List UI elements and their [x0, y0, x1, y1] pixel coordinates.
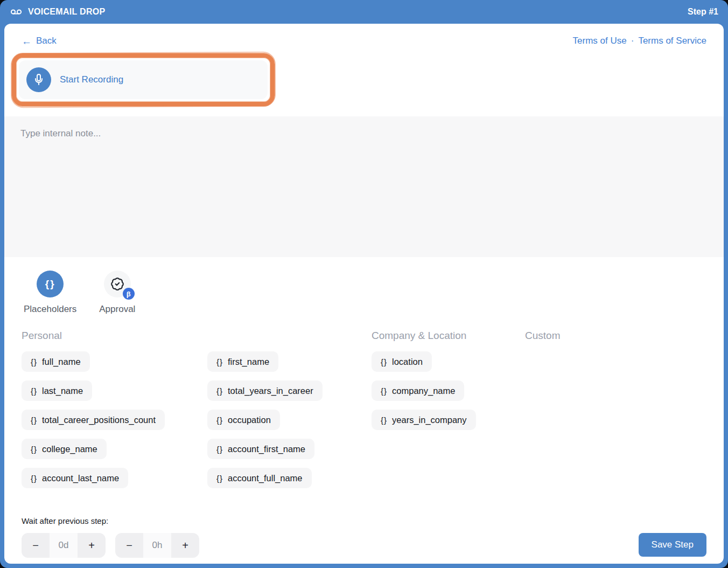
braces-icon: {}: [216, 386, 223, 396]
step-number: Step #1: [688, 7, 718, 17]
beta-badge: β: [123, 288, 135, 300]
placeholder-chip-total-years-in-career[interactable]: {} total_years_in_career: [207, 380, 323, 401]
page-title: VOICEMAIL DROP: [28, 7, 105, 17]
placeholders-braces-icon: {}: [37, 271, 64, 297]
terms-of-use-link[interactable]: Terms of Use: [573, 36, 627, 46]
placeholder-chip-years-in-company[interactable]: {} years_in_company: [372, 410, 476, 430]
braces-icon: {}: [31, 415, 37, 425]
braces-icon: {}: [381, 357, 387, 366]
section-title-personal: Personal: [22, 330, 372, 342]
braces-icon: {}: [216, 474, 223, 483]
days-stepper: − 0d +: [22, 533, 106, 558]
section-personal: Personal {} full_name {} last_name {}: [22, 330, 372, 497]
placeholder-chip-last-name[interactable]: {} last_name: [22, 380, 92, 401]
section-title-company: Company & Location: [372, 330, 525, 342]
braces-icon: {}: [31, 357, 37, 366]
hours-decrement-button[interactable]: −: [115, 533, 143, 558]
voicemail-drop-window: VOICEMAIL DROP Step #1 ← Back Terms of U…: [0, 0, 728, 568]
back-arrow-icon: ←: [22, 36, 32, 46]
braces-icon: {}: [216, 415, 223, 425]
terms-separator: ·: [631, 36, 634, 46]
back-label: Back: [36, 36, 57, 46]
hand-drawn-highlight-annotation: Start Recording: [12, 53, 275, 106]
wait-label: Wait after previous step:: [22, 516, 706, 525]
braces-icon: {}: [31, 445, 37, 454]
hours-stepper: − 0h +: [115, 533, 199, 558]
placeholder-chip-account-first-name[interactable]: {} account_first_name: [207, 439, 314, 459]
approval-button[interactable]: β Approval: [99, 271, 135, 315]
terms-of-service-link[interactable]: Terms of Service: [638, 36, 706, 46]
placeholder-chip-account-last-name[interactable]: {} account_last_name: [22, 468, 128, 488]
microphone-icon: [26, 67, 51, 92]
section-company-location: Company & Location {} location {} compan…: [372, 330, 525, 497]
approval-label: Approval: [99, 304, 135, 315]
section-title-custom: Custom: [525, 330, 706, 342]
braces-icon: {}: [31, 386, 37, 396]
hours-value: 0h: [143, 533, 171, 558]
save-step-button[interactable]: Save Step: [639, 533, 706, 557]
internal-note-input[interactable]: [4, 116, 724, 257]
placeholders-button[interactable]: {} Placeholders: [24, 271, 76, 315]
placeholder-chip-total-career-positions-count[interactable]: {} total_career_positions_count: [22, 410, 165, 430]
days-decrement-button[interactable]: −: [22, 533, 50, 558]
braces-icon: {}: [216, 357, 223, 366]
terms-links: Terms of Use · Terms of Service: [573, 36, 706, 46]
placeholder-chip-account-full-name[interactable]: {} account_full_name: [207, 468, 312, 488]
placeholder-chip-college-name[interactable]: {} college_name: [22, 439, 107, 459]
placeholder-chip-occupation[interactable]: {} occupation: [207, 410, 280, 430]
section-custom: Custom: [525, 330, 706, 497]
braces-icon: {}: [381, 415, 387, 425]
start-recording-label: Start Recording: [60, 74, 123, 85]
titlebar: VOICEMAIL DROP Step #1: [0, 0, 728, 24]
placeholder-chip-full-name[interactable]: {} full_name: [22, 351, 90, 372]
placeholder-chip-location[interactable]: {} location: [372, 351, 432, 372]
placeholders-label: Placeholders: [24, 304, 76, 315]
placeholder-chip-first-name[interactable]: {} first_name: [207, 351, 278, 372]
voicemail-icon: [10, 5, 23, 18]
days-increment-button[interactable]: +: [78, 533, 106, 558]
days-value: 0d: [50, 533, 78, 558]
step-editor-card: ← Back Terms of Use · Terms of Service S…: [4, 24, 724, 564]
hours-increment-button[interactable]: +: [171, 533, 199, 558]
braces-icon: {}: [216, 445, 223, 454]
editor-tools: {} Placeholders β Approval: [4, 257, 724, 315]
start-recording-button[interactable]: Start Recording: [19, 60, 268, 99]
braces-icon: {}: [31, 474, 37, 483]
braces-icon: {}: [381, 386, 387, 396]
placeholder-sections: Personal {} full_name {} last_name {}: [4, 315, 724, 497]
approval-seal-icon: β: [104, 271, 131, 297]
back-button[interactable]: ← Back: [22, 36, 57, 46]
placeholder-chip-company-name[interactable]: {} company_name: [372, 380, 464, 401]
wait-settings: Wait after previous step: − 0d + − 0h + …: [4, 497, 724, 558]
